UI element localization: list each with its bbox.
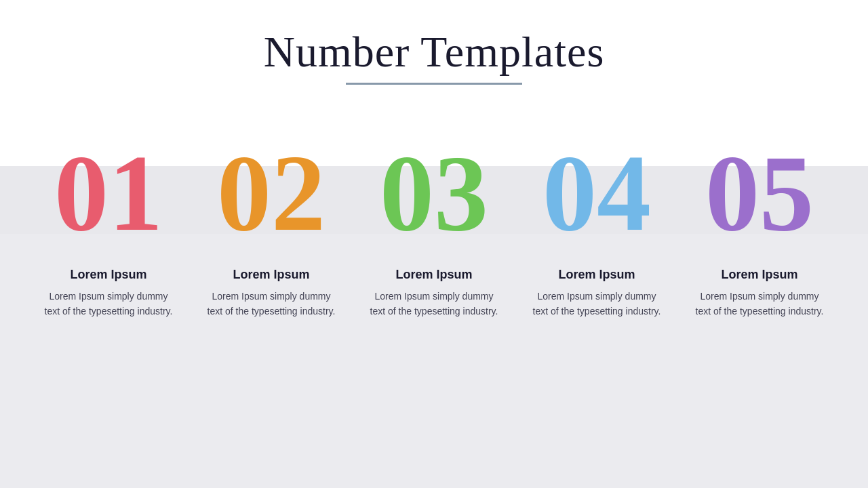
cards-row: Lorem Ipsum Lorem Ipsum simply dummy tex… — [27, 268, 841, 319]
content-section: Lorem Ipsum Lorem Ipsum simply dummy tex… — [0, 234, 868, 488]
card-2: Lorem Ipsum Lorem Ipsum simply dummy tex… — [203, 268, 339, 319]
numbers-row: 01 02 03 04 05 — [27, 112, 841, 220]
header-section: Number Templates — [264, 0, 605, 85]
card-text-3: Lorem Ipsum simply dummy text of the typ… — [366, 289, 502, 319]
card-3: Lorem Ipsum Lorem Ipsum simply dummy tex… — [366, 268, 502, 319]
page-title: Number Templates — [264, 27, 605, 77]
card-text-1: Lorem Ipsum simply dummy text of the typ… — [41, 289, 176, 319]
card-4: Lorem Ipsum Lorem Ipsum simply dummy tex… — [529, 268, 665, 319]
card-text-4: Lorem Ipsum simply dummy text of the typ… — [529, 289, 665, 319]
card-5: Lorem Ipsum Lorem Ipsum simply dummy tex… — [692, 268, 827, 319]
number-04: 04 — [542, 139, 651, 247]
title-underline — [346, 83, 522, 85]
card-title-3: Lorem Ipsum — [366, 268, 502, 282]
number-05: 05 — [705, 139, 814, 247]
card-title-5: Lorem Ipsum — [692, 268, 827, 282]
card-title-4: Lorem Ipsum — [529, 268, 665, 282]
card-title-1: Lorem Ipsum — [41, 268, 176, 282]
numbers-section: 01 02 03 04 05 — [0, 98, 868, 234]
number-02: 02 — [217, 139, 326, 247]
number-03: 03 — [380, 139, 488, 247]
card-text-2: Lorem Ipsum simply dummy text of the typ… — [203, 289, 339, 319]
number-01: 01 — [54, 139, 163, 247]
card-text-5: Lorem Ipsum simply dummy text of the typ… — [692, 289, 827, 319]
page: Number Templates 01 02 03 04 05 Lorem Ip… — [0, 0, 868, 488]
card-1: Lorem Ipsum Lorem Ipsum simply dummy tex… — [41, 268, 176, 319]
card-title-2: Lorem Ipsum — [203, 268, 339, 282]
